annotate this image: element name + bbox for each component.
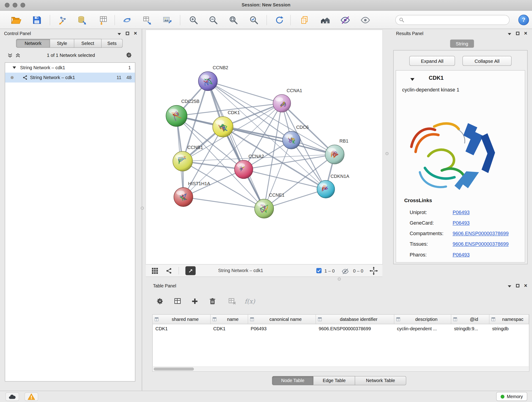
section-disclosure-icon[interactable] [410, 78, 414, 81]
search-input[interactable] [406, 17, 506, 22]
collapse-all-networks-icon[interactable] [15, 53, 20, 58]
close-panel-icon[interactable]: × [524, 283, 527, 288]
vertical-splitter-handle[interactable] [385, 152, 388, 155]
node-CDKN1A[interactable] [317, 180, 335, 198]
hide-selected-button[interactable] [338, 13, 352, 27]
open-in-window-button[interactable] [185, 266, 196, 275]
zoom-fit-button[interactable] [227, 13, 240, 27]
collapse-panel-icon[interactable] [118, 33, 121, 35]
delete-column-trash-icon[interactable] [206, 295, 219, 307]
tab-sets[interactable]: Sets [101, 39, 123, 48]
memory-button[interactable]: Memory [496, 392, 527, 401]
node-CCNB1[interactable] [173, 151, 192, 171]
table-cell[interactable]: stringdb:9... [451, 324, 489, 334]
tab-style[interactable]: Style [50, 39, 75, 48]
network-row-selected[interactable]: String Network – cdk1 11 48 [5, 73, 135, 83]
horizontal-scrollbar[interactable] [153, 366, 529, 371]
network-options-gear-icon[interactable] [126, 52, 132, 58]
cloud-status-button[interactable] [6, 392, 19, 401]
tree-expand-icon[interactable] [13, 66, 16, 69]
tab-edge-table[interactable]: Edge Table [314, 376, 355, 385]
node-label-CCNB1: CCNB1 [187, 145, 203, 150]
crosslink-link[interactable]: 9606.ENSP00000378699 [452, 241, 509, 247]
crosslink-link[interactable]: P06493 [452, 220, 469, 225]
expand-all-networks-icon[interactable] [7, 53, 13, 58]
warnings-button[interactable] [25, 392, 38, 401]
hidden-eye-slash-icon[interactable] [341, 268, 349, 275]
pan-crosshair-icon[interactable] [369, 267, 378, 275]
edge-CCNB2-CCNA1[interactable] [208, 81, 282, 103]
column-header-0[interactable]: shared name [152, 315, 210, 324]
table-cell[interactable]: P06493 [248, 324, 316, 334]
node-HIST1H1A[interactable] [174, 187, 193, 206]
column-header-2[interactable]: canonical name [248, 315, 316, 324]
column-header-6[interactable]: namespac [489, 315, 529, 324]
function-builder-icon[interactable]: f(x) [242, 295, 258, 307]
apply-layout-button[interactable] [273, 13, 286, 27]
column-header-1[interactable]: name [210, 315, 248, 324]
table-cell[interactable]: cyclin-dependent ... [394, 324, 451, 334]
crosslink-link[interactable]: 9606.ENSP00000378699 [452, 230, 509, 236]
node-CDK1[interactable] [213, 117, 233, 137]
new-network-view-button[interactable] [140, 13, 154, 27]
string-results-tab[interactable]: String [450, 40, 474, 48]
collapse-panel-icon[interactable] [508, 285, 511, 287]
import-table-file-button[interactable] [96, 13, 110, 27]
table-cell[interactable]: stringdb [489, 324, 529, 334]
zoom-selected-button[interactable] [247, 13, 261, 27]
save-session-button[interactable] [30, 13, 44, 27]
delete-table-icon[interactable] [226, 295, 238, 307]
open-session-button[interactable] [9, 13, 23, 27]
tab-select[interactable]: Select [74, 39, 101, 48]
tab-network-table[interactable]: Network Table [355, 376, 406, 385]
import-network-database-button[interactable] [75, 13, 89, 27]
birds-eye-view-icon[interactable] [151, 267, 158, 274]
network-collection-row[interactable]: String Network – cdk1 1 [5, 63, 135, 73]
node-CDC25B[interactable] [166, 105, 187, 127]
crosslink-link[interactable]: P06493 [452, 210, 469, 215]
node-CCNA1[interactable] [273, 95, 291, 112]
table-cell[interactable]: CDK1 [210, 324, 248, 334]
add-column-icon[interactable] [189, 295, 201, 307]
expand-all-button[interactable]: Expand All [409, 56, 455, 66]
float-panel-icon[interactable] [126, 32, 129, 35]
float-panel-icon[interactable] [516, 32, 519, 35]
show-columns-icon[interactable] [171, 295, 184, 307]
show-all-button[interactable] [359, 13, 372, 27]
column-header-4[interactable]: description [394, 315, 451, 324]
node-CDC6[interactable] [283, 131, 300, 149]
selected-checkbox-icon[interactable] [316, 268, 322, 274]
collapse-all-button[interactable]: Collapse All [462, 56, 512, 66]
node-CCNB2[interactable] [198, 71, 217, 90]
tab-network[interactable]: Network [16, 39, 50, 48]
import-network-file-button[interactable] [56, 13, 70, 27]
edge-CCNB2-CCNE1[interactable] [208, 81, 264, 209]
node-CCNA2[interactable] [234, 160, 253, 179]
collapse-panel-icon[interactable] [508, 33, 511, 35]
table-cell[interactable]: CDK1 [152, 324, 210, 334]
zoom-in-button[interactable] [187, 13, 201, 27]
help-button[interactable]: ? [519, 15, 529, 25]
close-panel-icon[interactable]: × [524, 31, 527, 35]
table-cell[interactable]: 9606.ENSP00000378699 [316, 324, 394, 334]
column-header-3[interactable]: database identifier [316, 315, 394, 324]
network-from-selection-button[interactable] [120, 13, 134, 27]
home-button[interactable] [318, 13, 332, 27]
network-canvas[interactable]: CCNB2CCNA1CDC25BCDK1CDC6RB1CCNB1CCNA2CDK… [146, 30, 382, 264]
scrollbar-thumb[interactable] [154, 368, 194, 370]
vertical-splitter-handle[interactable] [141, 206, 144, 210]
tab-node-table[interactable]: Node Table [272, 376, 313, 385]
column-header-5[interactable]: @id [451, 315, 489, 324]
export-image-button[interactable] [160, 13, 174, 27]
edge-HIST1H1A-CCNE1[interactable] [183, 197, 264, 209]
float-panel-icon[interactable] [516, 284, 519, 287]
horizontal-splitter-handle[interactable] [338, 278, 341, 281]
node-RB1[interactable] [325, 145, 344, 164]
close-panel-icon[interactable]: × [134, 31, 137, 35]
node-CCNE1[interactable] [254, 199, 273, 218]
crosslink-link[interactable]: P06493 [452, 252, 469, 257]
duplicate-network-button[interactable] [298, 13, 312, 27]
table-options-gear-icon[interactable] [154, 295, 166, 307]
zoom-out-button[interactable] [206, 13, 220, 27]
network-share-icon[interactable] [166, 268, 172, 274]
